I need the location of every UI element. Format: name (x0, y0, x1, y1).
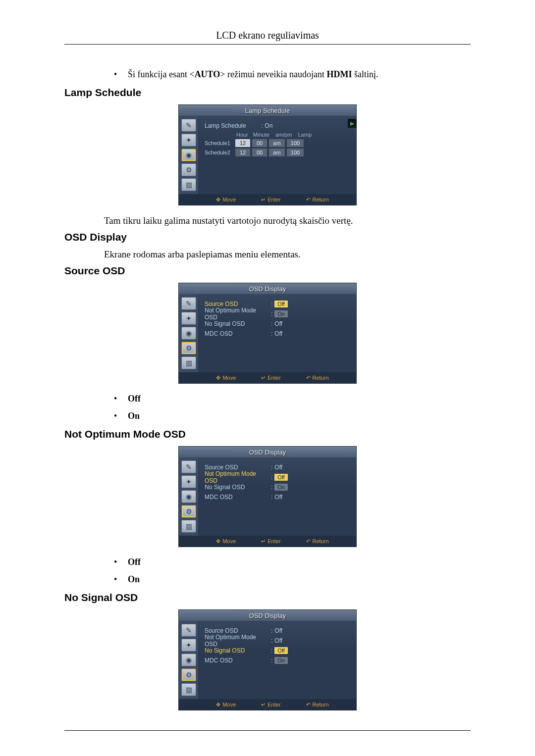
arrow-icon[interactable]: ✦ (181, 134, 196, 147)
gear-icon[interactable]: ⚙ (181, 668, 196, 681)
osd-label: No Signal OSD (205, 320, 269, 327)
osd-title: OSD Display (179, 447, 356, 457)
clock-icon[interactable]: ◉ (181, 654, 196, 666)
osd-row-no-signal[interactable]: No Signal OSD: Off (205, 646, 350, 655)
osd-label: No Signal OSD (205, 647, 269, 654)
osd-title: Lamp Schedule (179, 105, 356, 116)
osd-main: Source OSD: Off Not Optimum Mode OSD: Of… (199, 457, 356, 536)
lamp-ampm[interactable]: am (269, 139, 285, 147)
brush-icon[interactable]: ✎ (181, 460, 196, 473)
bullet-on: • On (114, 411, 471, 421)
osd-footer: ✥Move ↵Enter ↶Return (179, 372, 356, 383)
move-icon: ✥ (216, 538, 220, 545)
osd-sidebar: ✎ ✦ ◉ ⚙ ▥ (179, 116, 199, 194)
heading-source-osd: Source OSD (64, 265, 471, 277)
osd-row-no-signal[interactable]: No Signal OSD: Off (205, 319, 350, 329)
osd-row-mdc[interactable]: MDC OSD: Off (205, 492, 350, 502)
note-mid: > režimui neveikia naudojant (220, 69, 326, 79)
osd-footer: ✥Move ↵Enter ↶Return (179, 194, 356, 205)
osd-panel-no-signal: OSD Display ✎ ✦ ◉ ⚙ ▥ Source OSD: Off No… (178, 609, 357, 710)
lamp-row-label: Schedule2 (205, 150, 233, 155)
osd-value: Off (274, 494, 282, 501)
osd-row-mdc[interactable]: MDC OSD: Off (205, 329, 350, 339)
lamp-value[interactable]: 100 (287, 139, 304, 147)
enter-icon: ↵ (261, 197, 266, 203)
return-icon: ↶ (306, 197, 311, 203)
lamp-hour[interactable]: 12 (235, 139, 250, 147)
osd-label: MDC OSD (205, 330, 269, 337)
next-arrow-icon[interactable]: ▶ (348, 119, 357, 128)
osd-row-not-optimum[interactable]: Not Optimum Mode OSD: Off (205, 472, 350, 482)
brush-icon[interactable]: ✎ (181, 624, 196, 637)
lamp-value[interactable]: 100 (287, 149, 304, 156)
lamp-minute[interactable]: 00 (252, 139, 267, 147)
bullet-label: On (128, 574, 140, 584)
osd-value: On (274, 310, 288, 317)
lamp-ampm[interactable]: am (269, 149, 285, 156)
footer-rule (64, 730, 471, 731)
arrow-icon[interactable]: ✦ (181, 475, 196, 488)
note-auto: AUTO (195, 69, 220, 79)
osd-row-lamp-schedule[interactable]: Lamp Schedule : On (205, 121, 350, 131)
osd-row-not-optimum[interactable]: Not Optimum Mode OSD: Off (205, 636, 350, 646)
osd-label: Lamp Schedule (205, 122, 259, 129)
bullet-dot-icon: • (114, 411, 128, 421)
heading-no-signal: No Signal OSD (64, 592, 471, 604)
osd-title: OSD Display (179, 283, 356, 294)
lamp-columns: Hour Minute am/pm Lamp (236, 132, 350, 138)
osd-row-no-signal[interactable]: No Signal OSD: On (205, 482, 350, 492)
osd-main: ▶ Lamp Schedule : On Hour Minute am/pm L… (199, 116, 356, 194)
clock-icon[interactable]: ◉ (181, 327, 196, 340)
osd-panel-source: OSD Display ✎ ✦ ◉ ⚙ ▥ Source OSD: Off No… (178, 283, 357, 384)
osd-value: On (274, 484, 288, 491)
bullet-label: Off (128, 557, 141, 567)
page-header: LCD ekrano reguliavimas (64, 30, 471, 45)
footer-return: ↶Return (306, 538, 329, 545)
gear-icon[interactable]: ⚙ (181, 163, 196, 176)
footer-move: ✥Move (216, 702, 236, 708)
brush-icon[interactable]: ✎ (181, 297, 196, 310)
footer-enter: ↵Enter (261, 375, 280, 381)
arrow-icon[interactable]: ✦ (181, 639, 196, 652)
note-prefix: Ši funkcija esant < (128, 69, 195, 79)
clock-icon[interactable]: ◉ (181, 149, 196, 161)
osd-label: MDC OSD (205, 494, 269, 501)
bullet-off: • Off (114, 557, 471, 567)
gear-icon[interactable]: ⚙ (181, 505, 196, 518)
osd-label: Not Optimum Mode OSD (205, 470, 269, 484)
brush-icon[interactable]: ✎ (181, 119, 196, 132)
osd-panel-lamp: Lamp Schedule ✎ ✦ ◉ ⚙ ▥ ▶ Lamp Schedule … (178, 104, 357, 205)
lamp-minute[interactable]: 00 (252, 149, 267, 156)
col-hour: Hour (236, 132, 248, 138)
chart-icon[interactable]: ▥ (181, 683, 196, 696)
move-icon: ✥ (216, 197, 220, 203)
lamp-hour[interactable]: 12 (235, 149, 250, 156)
footer-enter: ↵Enter (261, 538, 280, 545)
lamp-row-1[interactable]: Schedule1 12 00 am 100 (205, 139, 350, 147)
enter-icon: ↵ (261, 538, 266, 545)
osd-row-not-optimum[interactable]: Not Optimum Mode OSD: On (205, 309, 350, 319)
col-lamp: Lamp (298, 132, 312, 138)
clock-icon[interactable]: ◉ (181, 490, 196, 503)
osd-label: Not Optimum Mode OSD (205, 307, 269, 321)
osd-panel-not-optimum: OSD Display ✎ ✦ ◉ ⚙ ▥ Source OSD: Off No… (178, 446, 357, 547)
arrow-icon[interactable]: ✦ (181, 312, 196, 325)
footer-move: ✥Move (216, 197, 236, 203)
bullet-label: On (128, 411, 140, 421)
osd-row-mdc[interactable]: MDC OSD: On (205, 655, 350, 665)
footer-enter: ↵Enter (261, 197, 280, 203)
osd-footer: ✥Move ↵Enter ↶Return (179, 536, 356, 547)
osd-value: Off (274, 464, 282, 471)
chart-icon[interactable]: ▥ (181, 356, 196, 369)
osd-label: Source OSD (205, 301, 269, 307)
gear-icon[interactable]: ⚙ (181, 342, 196, 354)
chart-icon[interactable]: ▥ (181, 520, 196, 533)
osd-value: Off (274, 330, 282, 337)
osd-sidebar: ✎ ✦ ◉ ⚙ ▥ (179, 294, 199, 372)
chart-icon[interactable]: ▥ (181, 178, 196, 191)
lamp-row-2[interactable]: Schedule2 12 00 am 100 (205, 149, 350, 156)
footer-enter: ↵Enter (261, 702, 280, 708)
osd-value: Off (274, 627, 282, 634)
note-hdmi: HDMI (326, 69, 352, 79)
lamp-row-label: Schedule1 (205, 140, 233, 146)
